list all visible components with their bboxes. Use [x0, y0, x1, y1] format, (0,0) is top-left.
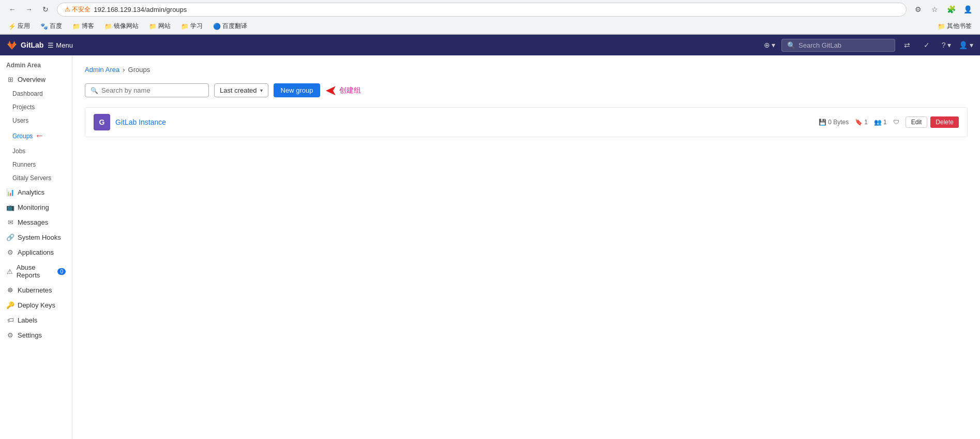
- folder-icon: 📁: [181, 23, 189, 30]
- group-members: 👥 1: [874, 119, 887, 126]
- gitlab-topnav: GitLab ☰ Menu ⊕ ▾ 🔍 ⇄ ✓ ? ▾ 👤 ▾: [0, 35, 980, 55]
- sidebar-item-runners[interactable]: Runners: [0, 158, 72, 171]
- overview-icon: ⊞: [6, 76, 14, 83]
- edit-group-button[interactable]: Edit: [906, 116, 928, 128]
- group-avatar: G: [94, 114, 110, 130]
- sidebar-item-label: Overview: [18, 76, 46, 83]
- bookmark-translate[interactable]: 🔵 百度翻译: [210, 21, 250, 32]
- bookmark-label: 百度翻译: [222, 22, 247, 31]
- group-storage: 💾 0 Bytes: [819, 119, 849, 126]
- abuse-icon: ⚠: [6, 268, 13, 275]
- sidebar-item-label: Monitoring: [18, 203, 49, 211]
- storage-icon: 💾: [819, 119, 826, 126]
- gitlab-main: Admin Area ⊞ Overview Dashboard Projects…: [0, 55, 980, 439]
- sidebar: Admin Area ⊞ Overview Dashboard Projects…: [0, 55, 72, 439]
- puzzle-button[interactable]: 🧩: [944, 2, 958, 17]
- baidu-icon: 🐾: [40, 23, 48, 30]
- bookmark-apps[interactable]: ⚡ 应用: [5, 21, 33, 32]
- annotation-container: ➤ 创建组: [325, 82, 361, 99]
- issues-button[interactable]: ✓: [919, 37, 934, 53]
- sidebar-item-kubernetes[interactable]: ☸ Kubernetes: [0, 283, 72, 298]
- sidebar-item-label: Messages: [18, 218, 48, 226]
- sidebar-item-monitoring[interactable]: 📺 Monitoring: [0, 200, 72, 215]
- red-arrow-icon: ➤: [325, 82, 337, 99]
- settings-icon: ⚙: [6, 331, 14, 339]
- translate-icon: 🔵: [213, 23, 221, 30]
- search-box[interactable]: 🔍: [781, 39, 895, 52]
- sidebar-item-label: Settings: [18, 331, 42, 339]
- bookmark-label: 学习: [190, 22, 203, 31]
- sidebar-item-dashboard[interactable]: Dashboard: [0, 87, 72, 100]
- merge-requests-button[interactable]: ⇄: [899, 37, 915, 53]
- bookmark-blog[interactable]: 📁 博客: [69, 21, 97, 32]
- bookmark-study[interactable]: 📁 学习: [178, 21, 206, 32]
- bookmark-other[interactable]: 📁 其他书签: [934, 21, 975, 32]
- delete-group-button[interactable]: Delete: [930, 116, 959, 128]
- sidebar-item-deploy-keys[interactable]: 🔑 Deploy Keys: [0, 298, 72, 313]
- sidebar-item-gitaly[interactable]: Gitaly Servers: [0, 171, 72, 185]
- bookmark-label: 镜像网站: [114, 22, 139, 31]
- bookmark-label: 博客: [82, 22, 94, 31]
- address-text: 192.168.129.134/admin/groups: [94, 6, 187, 13]
- reload-button[interactable]: ↻: [38, 2, 53, 17]
- breadcrumb-admin[interactable]: Admin Area: [85, 66, 119, 74]
- new-group-button[interactable]: New group: [274, 83, 321, 97]
- sidebar-item-label: Analytics: [18, 188, 44, 196]
- sidebar-arrow-annotation: ←: [35, 130, 44, 141]
- sidebar-item-users[interactable]: Users: [0, 114, 72, 127]
- gitlab-logo[interactable]: GitLab: [6, 39, 43, 51]
- group-actions: Edit Delete: [906, 116, 959, 128]
- sidebar-item-label: System Hooks: [18, 233, 61, 241]
- sidebar-item-jobs[interactable]: Jobs: [0, 144, 72, 158]
- sidebar-item-projects[interactable]: Projects: [0, 100, 72, 114]
- sidebar-item-overview[interactable]: ⊞ Overview: [0, 72, 72, 87]
- search-input[interactable]: [798, 41, 889, 49]
- sidebar-item-groups[interactable]: Groups ←: [0, 127, 72, 144]
- sidebar-item-abuse-reports[interactable]: ⚠ Abuse Reports 0: [0, 260, 72, 283]
- search-groups-icon: 🔍: [91, 87, 98, 94]
- breadcrumb-separator: ›: [123, 66, 125, 74]
- browser-titlebar: ← → ↻ ⚠ 不安全 192.168.129.134/admin/groups…: [0, 0, 980, 19]
- address-bar[interactable]: ⚠ 不安全 192.168.129.134/admin/groups: [57, 3, 907, 17]
- menu-button[interactable]: ☰ Menu: [48, 41, 73, 49]
- profile-button[interactable]: 👤: [960, 2, 975, 17]
- sidebar-item-label: Abuse Reports: [17, 264, 55, 279]
- analytics-icon: 📊: [6, 188, 14, 196]
- abuse-reports-badge: 0: [57, 268, 66, 275]
- labels-icon: 🏷: [6, 316, 14, 324]
- sidebar-item-messages[interactable]: ✉ Messages: [0, 215, 72, 230]
- sidebar-item-applications[interactable]: ⚙ Applications: [0, 245, 72, 260]
- sort-dropdown[interactable]: Last created ▾: [214, 83, 268, 97]
- group-repos: 🔖 1: [855, 119, 868, 126]
- create-new-button[interactable]: ⊕ ▾: [762, 37, 777, 53]
- members-icon: 👥: [874, 119, 882, 126]
- star-button[interactable]: ☆: [927, 2, 942, 17]
- sidebar-item-labels[interactable]: 🏷 Labels: [0, 313, 72, 328]
- user-menu-button[interactable]: 👤 ▾: [958, 37, 974, 53]
- hooks-icon: 🔗: [6, 233, 14, 241]
- bookmark-website[interactable]: 📁 网站: [146, 21, 174, 32]
- folder-icon: 📁: [104, 23, 112, 30]
- sidebar-item-label: Labels: [18, 316, 37, 324]
- sort-label: Last created: [220, 86, 257, 94]
- breadcrumb-groups: Groups: [128, 66, 150, 74]
- sidebar-item-analytics[interactable]: 📊 Analytics: [0, 185, 72, 200]
- sidebar-item-settings[interactable]: ⚙ Settings: [0, 328, 72, 343]
- bookmark-mirror[interactable]: 📁 镜像网站: [101, 21, 142, 32]
- gitlab-app: GitLab ☰ Menu ⊕ ▾ 🔍 ⇄ ✓ ? ▾ 👤 ▾ Admin Ar…: [0, 35, 980, 439]
- breadcrumb: Admin Area › Groups: [85, 66, 968, 74]
- bookmark-baidu[interactable]: 🐾 百度: [37, 21, 65, 32]
- admin-area-title: Admin Area: [0, 55, 72, 72]
- group-name[interactable]: GitLab Instance: [115, 118, 166, 126]
- extensions-button[interactable]: ⚙: [911, 2, 925, 17]
- sidebar-item-system-hooks[interactable]: 🔗 System Hooks: [0, 230, 72, 245]
- forward-button[interactable]: →: [22, 2, 36, 17]
- bookmark-label: 应用: [18, 22, 30, 31]
- group-shield: 🛡: [893, 119, 899, 126]
- folder-icon: 📁: [938, 23, 945, 30]
- search-groups-box[interactable]: 🔍: [85, 83, 209, 97]
- gitlab-logo-icon: [6, 39, 18, 51]
- search-groups-input[interactable]: [101, 86, 203, 94]
- back-button[interactable]: ←: [5, 2, 20, 17]
- help-button[interactable]: ? ▾: [939, 37, 954, 53]
